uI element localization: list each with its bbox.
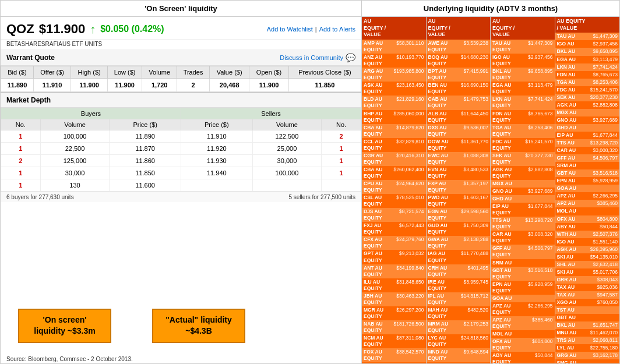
list-item: IRE AU EQUITY$3,959,745: [427, 278, 491, 292]
equity-value: [586, 307, 618, 313]
list-item: LKN AU EQUITY$7,741,424: [491, 96, 555, 109]
list-item: AGK AU$2,882,808: [555, 101, 620, 109]
list-item: EPN AU$5,928,959: [555, 177, 620, 185]
list-item: FXJ AU EQUITY$6,572,443: [362, 222, 426, 236]
equity-value: $23,163,450: [392, 82, 424, 95]
equity-value: $5,928,959: [521, 281, 553, 294]
depth-cell: 1: [322, 155, 361, 167]
actual-annotation: "Actual" liquidity ~$4.3B: [152, 309, 245, 343]
depth-cell: 125,000: [40, 155, 110, 167]
price: $11.900: [39, 22, 86, 37]
equity-name: BOQ AU EQUITY: [428, 54, 457, 67]
warrant-col-header: High ($): [71, 66, 107, 79]
list-item: CBA AU EQUITY$260,062,400: [362, 166, 426, 180]
list-item: FXP AU EQUITY$1,357,197: [427, 180, 491, 194]
equity-value: [586, 125, 618, 131]
equity-value: $5,928,959: [586, 178, 618, 184]
list-item: GOA AU: [491, 295, 555, 302]
equity-name: APZ AU: [557, 193, 586, 199]
list-item: TGA AU EQUITY$8,253,406: [491, 124, 555, 138]
equity-name: CBA AU EQUITY: [364, 167, 392, 179]
equity-name: SEK AU: [557, 94, 586, 101]
list-item: GBT AU: [555, 314, 620, 321]
equity-name: BLD AU EQUITY: [364, 96, 392, 109]
equity-name: NAB AU EQUITY: [364, 321, 392, 334]
equity-name: ANZ AU EQUITY: [364, 54, 392, 67]
warrant-col-header: Volume: [142, 66, 177, 79]
list-item: EGA AU$3,113,479: [555, 56, 620, 63]
equity-value: [586, 109, 618, 116]
equity-value: $26,395,960: [586, 246, 618, 253]
equity-name: EGA AU EQUITY: [492, 82, 521, 95]
depth-cell: 2: [1, 155, 41, 167]
equity-header-row: AU EQUITY / VALUE: [491, 17, 555, 40]
list-item: ASK AU EQUITY$23,163,450: [362, 82, 426, 96]
list-item: OFX AU EQUITY$804,800: [491, 338, 555, 352]
left-panel: QOZ $11.900 ↑ $0.050 (0.42%) Add to Watc…: [1, 17, 362, 363]
equity-name: TAX AU: [557, 292, 586, 298]
equity-value: $11,644,450: [456, 111, 488, 123]
equity-value: $3,480,533: [456, 167, 488, 179]
list-item: EGA AU EQUITY$3,113,479: [491, 82, 555, 96]
list-item: GBT AU EQUITY$3,516,518: [491, 267, 555, 281]
equity-value: $3,113,479: [521, 82, 553, 95]
equity-value: $9,658,895: [586, 48, 618, 55]
warrant-cell: 11.900: [249, 79, 289, 92]
equity-name: XGO AU: [557, 299, 586, 306]
equity-name: MNU AU: [557, 330, 586, 336]
equity-value: $1,750,309: [456, 222, 488, 235]
equity-value: $260,062,400: [392, 167, 424, 179]
list-item: MGX AU: [491, 180, 555, 188]
warrant-cell: 11.890: [1, 79, 34, 92]
equity-value: $54,135,010: [586, 254, 618, 260]
warrant-cell: 11.900: [107, 79, 142, 92]
list-item: APZ AU$385,460: [555, 200, 620, 207]
discuss-link[interactable]: Discuss in Community 💬: [280, 53, 355, 62]
warrant-col-header: Open ($): [249, 66, 289, 79]
equity-value: $7,741,424: [586, 64, 618, 70]
annotations-area: 'On screen' liquidity ~$3.3m "Actual" li…: [1, 224, 361, 355]
list-item: SRM AU: [555, 162, 620, 169]
list-item: NUF AU EQUITY$3,258,588: [427, 362, 491, 363]
equity-name: IGO AU: [557, 41, 586, 47]
alerts-link[interactable]: Add to Alerts: [319, 26, 355, 33]
table-row: 122,50011.87011.92025,0001: [1, 143, 361, 155]
equity-value: $1,677,844: [521, 203, 553, 216]
list-item: OSH AU EQUITY$30,104,170: [362, 362, 426, 363]
list-item: LYL AU$22,755,180: [555, 344, 620, 352]
list-item: SRM AU: [491, 259, 555, 267]
list-item: TAX AU$925,036: [555, 284, 620, 291]
equity-name: GHD AU: [492, 196, 521, 202]
equity-value: $1,088,308: [456, 153, 488, 165]
equity-name: CRH AU EQUITY: [428, 265, 457, 278]
equity-name: FDN AU EQUITY: [492, 111, 521, 123]
equity-value: $8,721,574: [392, 208, 424, 221]
equity-name: SRM AU: [557, 162, 586, 169]
sellers-label: Sellers: [181, 108, 361, 119]
buyers-summary: 6 buyers for 277,630 units: [6, 194, 74, 200]
table-row: 113011.600: [1, 179, 361, 192]
list-item: CRH AU EQUITY$401,495: [427, 264, 491, 278]
list-item: GBT AU$3,516,518: [555, 169, 620, 177]
depth-col-header: No.: [322, 119, 361, 130]
equity-name: MRM AU EQUITY: [428, 321, 457, 334]
watchlist-link[interactable]: Add to Watchlist: [267, 26, 313, 33]
equity-name: CSL AU EQUITY: [364, 195, 392, 207]
right-panel: AU EQUITY / VALUEAMP AU EQUITY$58,301,11…: [362, 17, 619, 363]
price-change: $0.050 (0.42%): [100, 24, 164, 34]
warrant-col-header: Bid ($): [1, 66, 34, 79]
equity-value: $1,357,197: [456, 181, 488, 193]
equity-name: MND AU EQUITY: [428, 349, 457, 362]
depth-col-header: Volume: [252, 119, 322, 130]
depth-cell: 22,500: [40, 143, 110, 155]
list-item: CBA AU EQUITY$14,879,620: [362, 124, 426, 138]
depth-cell: 11.890: [110, 130, 181, 143]
equity-name: CAR AU EQUITY: [492, 231, 521, 244]
equity-value: $29,598,560: [456, 208, 488, 221]
title-bar: 'On Screen' liquidity Underlying liquidi…: [1, 1, 619, 17]
equity-name: EIP AU: [557, 132, 586, 139]
equity-value: $385,460: [586, 200, 618, 207]
list-item: FDC AU$15,241,570: [555, 86, 620, 94]
equity-value: $4,506,797: [586, 155, 618, 161]
equity-name: TTS AU: [557, 140, 586, 146]
